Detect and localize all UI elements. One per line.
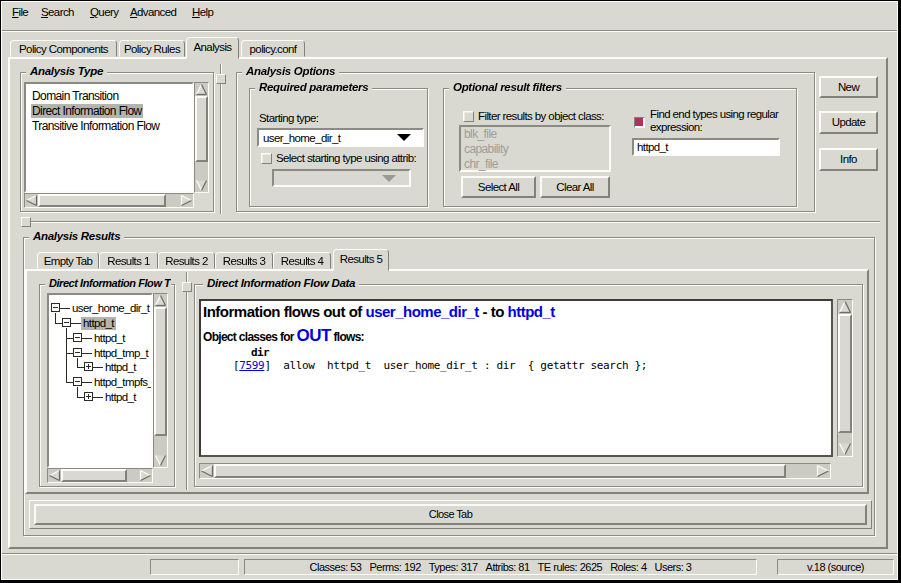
results-sash-handle[interactable] — [21, 217, 31, 227]
status-stat: TE rules: 2625 — [538, 561, 603, 573]
tab-label: Policy Components — [11, 43, 116, 56]
menu-help[interactable]: Help — [192, 5, 213, 20]
optional-filters-title: Optional result filters — [449, 81, 566, 94]
tab-analysis[interactable]: Analysis — [186, 37, 239, 59]
required-parameters-title: Required parameters — [255, 81, 372, 94]
tab-policy-rules[interactable]: Policy Rules — [119, 40, 185, 57]
status-stat: Perms: 192 — [370, 561, 421, 573]
flow-tree-title: Direct Information Flow T — [45, 277, 171, 290]
statusbar-separator — [1, 553, 898, 555]
analysis-results-title: Analysis Results — [29, 230, 124, 243]
tab-label: policy.conf — [242, 43, 304, 56]
status-box-version: v.18 (source) — [777, 559, 894, 575]
tree-data-sash-handle[interactable] — [182, 282, 192, 292]
status-stat: Roles: 4 — [610, 561, 646, 573]
menu-separator — [1, 30, 900, 32]
status-box-empty — [150, 559, 239, 575]
tab-label: Analysis — [187, 41, 238, 54]
tab-label: Results 5 — [334, 253, 388, 266]
menu-search[interactable]: Search — [41, 5, 74, 20]
status-stat: Attribs: 81 — [486, 561, 530, 573]
tab-label: Policy Rules — [120, 43, 184, 56]
status-stat: Types: 317 — [429, 561, 478, 573]
analysis-type-title: Analysis Type — [26, 65, 107, 78]
window-border-top — [0, 0, 901, 1]
menu-query[interactable]: Query — [90, 5, 118, 20]
tab-policy-components[interactable]: Policy Components — [10, 40, 117, 57]
menu-file[interactable]: File — [12, 5, 28, 20]
menu-advanced[interactable]: Advanced — [130, 5, 176, 20]
status-box-stats: Classes: 53Perms: 192Types: 317Attribs: … — [244, 559, 757, 575]
analysis-options-title: Analysis Options — [242, 65, 339, 78]
options-sash-handle[interactable] — [216, 74, 226, 84]
results-notebook-page — [25, 269, 869, 494]
flow-data-title: Direct Information Flow Data — [203, 277, 359, 290]
window-border-left — [0, 0, 1, 583]
window-highlight — [1, 1, 2, 580]
tab-policy-conf[interactable]: policy.conf — [241, 40, 305, 57]
status-stat: Classes: 53 — [310, 561, 362, 573]
window-highlight — [1, 1, 898, 2]
status-stat: Users: 3 — [655, 561, 692, 573]
results-tab-results-5[interactable]: Results 5 — [333, 249, 389, 271]
apol-window: FileSearchQueryAdvancedHelp Policy Compo… — [0, 0, 901, 583]
